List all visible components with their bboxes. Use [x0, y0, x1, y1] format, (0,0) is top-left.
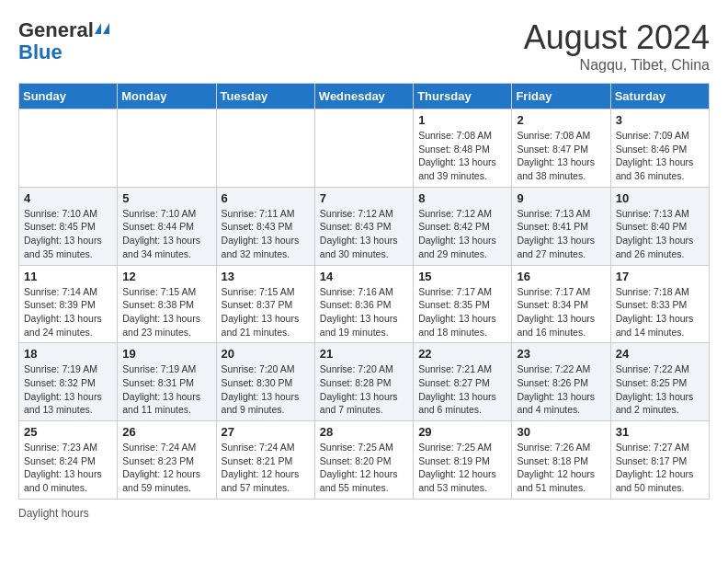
day-info: Sunrise: 7:17 AM Sunset: 8:35 PM Dayligh… [418, 285, 506, 339]
day-number: 7 [320, 191, 408, 205]
day-info: Sunrise: 7:21 AM Sunset: 8:27 PM Dayligh… [418, 362, 506, 417]
day-number: 20 [222, 347, 310, 361]
day-info: Sunrise: 7:27 AM Sunset: 8:17 PM Dayligh… [616, 441, 704, 495]
day-number: 3 [616, 113, 704, 127]
logo-arrow-icon2 [103, 23, 109, 34]
calendar-cell: 23Sunrise: 7:22 AM Sunset: 8:26 PM Dayli… [512, 343, 610, 421]
calendar-cell: 12Sunrise: 7:15 AM Sunset: 8:38 PM Dayli… [118, 265, 216, 343]
day-info: Sunrise: 7:15 AM Sunset: 8:37 PM Dayligh… [222, 285, 310, 339]
calendar-cell: 4Sunrise: 7:10 AM Sunset: 8:45 PM Daylig… [19, 187, 118, 265]
day-info: Sunrise: 7:11 AM Sunset: 8:43 PM Dayligh… [222, 207, 310, 261]
day-number: 5 [122, 191, 210, 205]
day-info: Sunrise: 7:25 AM Sunset: 8:19 PM Dayligh… [418, 441, 506, 495]
day-info: Sunrise: 7:18 AM Sunset: 8:33 PM Dayligh… [616, 285, 704, 339]
day-number: 22 [418, 347, 506, 361]
calendar-cell: 15Sunrise: 7:17 AM Sunset: 8:35 PM Dayli… [414, 265, 512, 343]
calendar-week-row: 11Sunrise: 7:14 AM Sunset: 8:39 PM Dayli… [19, 265, 710, 343]
calendar-day-header: Thursday [414, 84, 512, 109]
calendar-cell [216, 109, 314, 188]
day-info: Sunrise: 7:24 AM Sunset: 8:21 PM Dayligh… [222, 441, 310, 495]
calendar-week-row: 1Sunrise: 7:08 AM Sunset: 8:48 PM Daylig… [19, 109, 710, 188]
calendar-cell: 22Sunrise: 7:21 AM Sunset: 8:27 PM Dayli… [414, 343, 512, 421]
day-info: Sunrise: 7:08 AM Sunset: 8:48 PM Dayligh… [418, 129, 506, 183]
calendar-day-header: Wednesday [314, 84, 413, 109]
calendar-day-header: Tuesday [216, 84, 314, 109]
month-year-title: August 2024 [524, 18, 710, 57]
day-info: Sunrise: 7:10 AM Sunset: 8:45 PM Dayligh… [24, 207, 112, 261]
logo-blue-text: Blue [18, 42, 63, 63]
day-info: Sunrise: 7:23 AM Sunset: 8:24 PM Dayligh… [24, 441, 112, 495]
day-info: Sunrise: 7:12 AM Sunset: 8:43 PM Dayligh… [320, 207, 408, 261]
calendar-cell: 14Sunrise: 7:16 AM Sunset: 8:36 PM Dayli… [314, 265, 413, 343]
day-number: 4 [24, 191, 112, 205]
day-info: Sunrise: 7:13 AM Sunset: 8:40 PM Dayligh… [616, 207, 704, 261]
calendar-header-row: SundayMondayTuesdayWednesdayThursdayFrid… [19, 84, 710, 109]
day-info: Sunrise: 7:16 AM Sunset: 8:36 PM Dayligh… [320, 285, 408, 339]
calendar-cell: 3Sunrise: 7:09 AM Sunset: 8:46 PM Daylig… [610, 109, 709, 188]
day-number: 16 [517, 270, 605, 283]
day-number: 6 [222, 191, 310, 205]
day-number: 30 [517, 425, 605, 439]
calendar-day-header: Friday [512, 84, 610, 109]
day-number: 14 [320, 270, 408, 283]
day-number: 26 [122, 425, 210, 439]
calendar-cell: 25Sunrise: 7:23 AM Sunset: 8:24 PM Dayli… [19, 421, 118, 500]
calendar-day-header: Monday [118, 84, 216, 109]
calendar-cell [118, 109, 216, 188]
calendar-cell: 26Sunrise: 7:24 AM Sunset: 8:23 PM Dayli… [118, 421, 216, 500]
day-number: 10 [616, 191, 704, 205]
day-number: 27 [222, 425, 310, 439]
day-info: Sunrise: 7:19 AM Sunset: 8:32 PM Dayligh… [24, 362, 112, 417]
calendar-table: SundayMondayTuesdayWednesdayThursdayFrid… [18, 83, 710, 500]
day-number: 25 [24, 425, 112, 439]
calendar-cell: 13Sunrise: 7:15 AM Sunset: 8:37 PM Dayli… [216, 265, 314, 343]
calendar-week-row: 18Sunrise: 7:19 AM Sunset: 8:32 PM Dayli… [19, 343, 710, 421]
day-number: 21 [320, 347, 408, 361]
day-number: 18 [24, 347, 112, 361]
day-info: Sunrise: 7:19 AM Sunset: 8:31 PM Dayligh… [122, 362, 210, 417]
calendar-cell: 24Sunrise: 7:22 AM Sunset: 8:25 PM Dayli… [610, 343, 709, 421]
calendar-cell: 11Sunrise: 7:14 AM Sunset: 8:39 PM Dayli… [19, 265, 118, 343]
day-info: Sunrise: 7:09 AM Sunset: 8:46 PM Dayligh… [616, 129, 704, 183]
day-number: 31 [616, 425, 704, 439]
logo-general-text: General [18, 18, 94, 42]
calendar-cell: 5Sunrise: 7:10 AM Sunset: 8:44 PM Daylig… [118, 187, 216, 265]
day-info: Sunrise: 7:20 AM Sunset: 8:30 PM Dayligh… [222, 362, 310, 417]
day-info: Sunrise: 7:14 AM Sunset: 8:39 PM Dayligh… [24, 285, 112, 339]
day-number: 1 [418, 113, 506, 127]
calendar-cell: 31Sunrise: 7:27 AM Sunset: 8:17 PM Dayli… [610, 421, 709, 500]
day-number: 24 [616, 347, 704, 361]
calendar-cell: 30Sunrise: 7:26 AM Sunset: 8:18 PM Dayli… [512, 421, 610, 500]
calendar-cell: 1Sunrise: 7:08 AM Sunset: 8:48 PM Daylig… [414, 109, 512, 188]
calendar-cell: 19Sunrise: 7:19 AM Sunset: 8:31 PM Dayli… [118, 343, 216, 421]
calendar-cell [314, 109, 413, 188]
logo-arrow-icon [95, 23, 101, 34]
day-number: 28 [320, 425, 408, 439]
calendar-cell: 10Sunrise: 7:13 AM Sunset: 8:40 PM Dayli… [610, 187, 709, 265]
calendar-cell: 17Sunrise: 7:18 AM Sunset: 8:33 PM Dayli… [610, 265, 709, 343]
location-subtitle: Nagqu, Tibet, China [524, 57, 710, 74]
calendar-cell: 18Sunrise: 7:19 AM Sunset: 8:32 PM Dayli… [19, 343, 118, 421]
day-info: Sunrise: 7:12 AM Sunset: 8:42 PM Dayligh… [418, 207, 506, 261]
calendar-cell: 6Sunrise: 7:11 AM Sunset: 8:43 PM Daylig… [216, 187, 314, 265]
day-number: 9 [517, 191, 605, 205]
day-number: 29 [418, 425, 506, 439]
calendar-cell: 2Sunrise: 7:08 AM Sunset: 8:47 PM Daylig… [512, 109, 610, 188]
day-info: Sunrise: 7:13 AM Sunset: 8:41 PM Dayligh… [517, 207, 605, 261]
day-number: 12 [122, 270, 210, 283]
day-number: 19 [122, 347, 210, 361]
day-number: 23 [517, 347, 605, 361]
calendar-cell: 28Sunrise: 7:25 AM Sunset: 8:20 PM Dayli… [314, 421, 413, 500]
calendar-day-header: Saturday [610, 84, 709, 109]
day-number: 2 [517, 113, 605, 127]
footer-note: Daylight hours [18, 507, 710, 520]
day-info: Sunrise: 7:26 AM Sunset: 8:18 PM Dayligh… [517, 441, 605, 495]
day-info: Sunrise: 7:17 AM Sunset: 8:34 PM Dayligh… [517, 285, 605, 339]
day-info: Sunrise: 7:22 AM Sunset: 8:25 PM Dayligh… [616, 362, 704, 417]
calendar-cell: 9Sunrise: 7:13 AM Sunset: 8:41 PM Daylig… [512, 187, 610, 265]
calendar-cell: 7Sunrise: 7:12 AM Sunset: 8:43 PM Daylig… [314, 187, 413, 265]
calendar-cell [19, 109, 118, 188]
calendar-cell: 27Sunrise: 7:24 AM Sunset: 8:21 PM Dayli… [216, 421, 314, 500]
calendar-week-row: 4Sunrise: 7:10 AM Sunset: 8:45 PM Daylig… [19, 187, 710, 265]
day-info: Sunrise: 7:15 AM Sunset: 8:38 PM Dayligh… [122, 285, 210, 339]
